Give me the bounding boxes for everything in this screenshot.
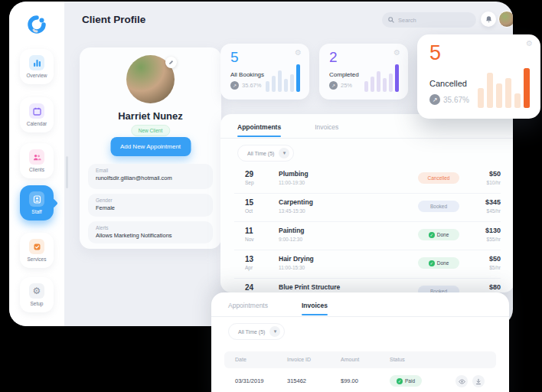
appointments-panel: Appointments Invoices All Time (5) ▾ 29 …: [220, 114, 513, 292]
appointment-row[interactable]: 29 Sep Plumbing 11:00-19:30 Cancelled $5…: [234, 168, 501, 191]
chevron-down-icon: ▾: [279, 148, 289, 158]
appointment-month: Apr: [245, 265, 253, 270]
bar-chart-icon: [29, 55, 44, 70]
sidebar-item-label: Overview: [26, 73, 47, 78]
appointment-day: 29: [245, 170, 253, 178]
notifications-button[interactable]: [481, 11, 496, 27]
stat-value: 5: [230, 49, 239, 66]
sidebar-scrollbar[interactable]: [66, 156, 68, 188]
appointment-row[interactable]: 15 Oct Carpenting 13:45-15:30 Booked $34…: [234, 196, 501, 219]
sidebar-item-calendar[interactable]: Calendar: [20, 97, 54, 132]
gear-icon[interactable]: ⚙: [295, 49, 302, 57]
appointment-time: 13:45-15:30: [279, 208, 305, 214]
mini-bar-chart: [478, 64, 530, 108]
time-filter-dropdown[interactable]: All Time (5) ▾: [237, 145, 294, 162]
add-new-appointment-button[interactable]: Add New Appointment: [110, 137, 191, 156]
field-value: Allows Marketing Notifications: [96, 232, 205, 239]
tab-bar: Appointments Invoices: [228, 302, 328, 315]
invoice-date: 03/31/2019: [235, 377, 264, 384]
status-badge: ✓Paid: [390, 375, 422, 387]
appointment-price: $80: [489, 283, 501, 291]
appointment-day: 11: [245, 227, 253, 235]
stat-label: Cancelled: [429, 79, 467, 88]
appointment-price: $50: [489, 255, 501, 263]
stat-value: 2: [329, 49, 338, 66]
download-invoice-button[interactable]: [472, 375, 485, 387]
column-header-date: Date: [235, 357, 247, 362]
appointment-title: Hair Drying: [279, 255, 314, 263]
appointment-row[interactable]: 13 Apr Hair Drying 11:00-15:30 ✓Done $50…: [234, 253, 501, 276]
tab-invoices[interactable]: Invoices: [315, 123, 338, 137]
invoice-table-header: Date Invoice ID Amount Status: [224, 351, 496, 368]
sidebar-item-label: Calendar: [27, 121, 47, 126]
divider: [211, 316, 509, 317]
gear-icon[interactable]: ⚙: [393, 49, 400, 57]
edit-avatar-button[interactable]: [165, 57, 177, 68]
search-icon: [388, 17, 394, 23]
search-bar[interactable]: [382, 12, 476, 28]
invoice-id: 315462: [287, 377, 306, 384]
field-label: Email: [96, 168, 205, 173]
status-badge: Booked: [418, 201, 459, 212]
app-logo-icon[interactable]: [26, 14, 47, 35]
view-invoice-button[interactable]: [455, 375, 468, 387]
email-field[interactable]: Email runolfsdir.gillian@hotmail.com: [88, 164, 213, 189]
invoice-amount: $99.00: [341, 377, 358, 384]
appointment-price: $345: [485, 198, 501, 206]
appointment-rate: $45/hr: [487, 208, 501, 214]
client-card: Harriet Nunez New Client Add New Appoint…: [80, 47, 221, 249]
divider: [234, 250, 501, 250]
appointment-title: Painting: [279, 227, 305, 234]
field-value: Female: [96, 204, 205, 211]
field-label: Gender: [96, 198, 205, 203]
appointment-day: 13: [245, 255, 253, 263]
filter-label: All Time (5): [238, 329, 265, 335]
sidebar-item-label: Staff: [31, 209, 41, 214]
stat-card-all-bookings: 5 ⚙ All Bookings ↗ 35.67%: [220, 44, 309, 100]
invoice-row[interactable]: 03/31/2019 315462 $99.00 ✓Paid: [224, 371, 496, 391]
sidebar-item-clients[interactable]: Clients: [20, 143, 54, 178]
sidebar-item-setup[interactable]: ⚙ Setup: [20, 277, 54, 312]
time-filter-dropdown[interactable]: All Time (5) ▾: [228, 323, 285, 340]
appointment-month: Oct: [245, 208, 253, 214]
search-input[interactable]: [398, 17, 467, 24]
user-avatar[interactable]: [498, 11, 513, 28]
field-value: runolfsdir.gillian@hotmail.com: [96, 175, 205, 181]
appointment-title: Plumbing: [279, 170, 309, 178]
stat-label: Completed: [329, 71, 359, 78]
tab-invoices[interactable]: Invoices: [302, 302, 328, 315]
appointment-day: 15: [245, 198, 253, 207]
appointment-price: $130: [485, 227, 501, 234]
appointment-month: Nov: [245, 237, 254, 242]
tab-appointments[interactable]: Appointments: [237, 123, 281, 137]
appointment-month: Sep: [245, 180, 254, 185]
sidebar-item-services[interactable]: Services: [20, 233, 54, 268]
field-label: Alerts: [96, 225, 205, 230]
status-badge: ✓Done: [418, 257, 459, 269]
invoices-panel: Appointments Invoices All Time (5) ▾ Dat…: [211, 292, 509, 392]
check-icon: ✓: [429, 232, 435, 238]
gender-field[interactable]: Gender Female: [88, 194, 213, 217]
stat-label: All Bookings: [230, 71, 264, 78]
appointment-row[interactable]: 11 Nov Painting 9:00-12:30 ✓Done $130 $5…: [234, 224, 501, 247]
page-title: Client Profile: [82, 14, 145, 25]
tab-appointments[interactable]: Appointments: [228, 302, 268, 315]
stat-percent: 25%: [341, 82, 352, 89]
sidebar-item-staff[interactable]: Staff: [20, 185, 54, 220]
sidebar-item-overview[interactable]: Overview: [20, 49, 54, 84]
gear-icon[interactable]: ⚙: [526, 40, 533, 47]
staff-badge-icon: [29, 191, 44, 207]
tab-bar: Appointments Invoices: [237, 123, 338, 137]
appointment-time: 9:00-12:30: [279, 237, 302, 242]
sidebar: Overview Calendar Clients Staff Services: [9, 2, 64, 326]
sidebar-item-label: Clients: [29, 167, 44, 172]
eye-icon: [459, 379, 465, 384]
appointment-time: 11:00-15:30: [279, 265, 305, 270]
appointment-price: $50: [489, 170, 501, 178]
alerts-field[interactable]: Alerts Allows Marketing Notifications: [88, 221, 213, 243]
appointment-time: 11:00-19:30: [279, 180, 305, 185]
gear-icon: ⚙: [29, 283, 44, 299]
appointment-rate: $10/hr: [487, 180, 501, 185]
check-icon: ✓: [397, 378, 403, 384]
mini-bar-chart: [364, 64, 399, 92]
